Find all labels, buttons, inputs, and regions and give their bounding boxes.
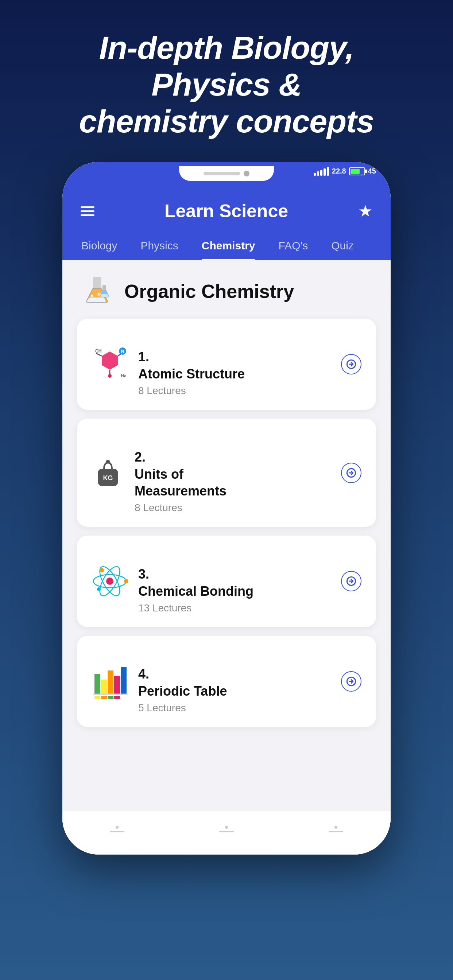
status-bar: 22.8 45 xyxy=(314,167,376,176)
svg-text:H₂: H₂ xyxy=(121,373,126,378)
tab-bar: Biology Physics Chemistry FAQ's Quiz xyxy=(62,231,391,260)
notch-bar xyxy=(62,162,391,191)
svg-rect-29 xyxy=(94,674,100,694)
favorite-icon[interactable]: ★ xyxy=(358,202,372,220)
course-info-periodic: 4. Periodic Table 5 Lectures xyxy=(138,649,331,714)
svg-point-25 xyxy=(100,568,104,573)
battery-icon xyxy=(349,167,365,175)
menu-icon[interactable] xyxy=(81,206,94,216)
headline-line3: chemistry concepts xyxy=(79,103,374,139)
signal-icon xyxy=(314,167,329,176)
headline-line2: Physics & xyxy=(152,66,301,102)
hamburger-line-3 xyxy=(81,215,94,216)
course-card-bonding[interactable]: 3. Chemical Bonding 13 Lectures xyxy=(77,536,376,627)
svg-rect-32 xyxy=(114,676,120,694)
course-arrow-units[interactable] xyxy=(341,463,362,483)
app-header: Learn Science ★ xyxy=(62,191,391,231)
notch-camera xyxy=(244,170,249,177)
svg-rect-36 xyxy=(101,696,107,699)
battery-fill xyxy=(351,169,360,174)
course-info-bonding: 3. Chemical Bonding 13 Lectures xyxy=(138,549,331,614)
svg-point-26 xyxy=(97,587,100,591)
svg-rect-33 xyxy=(121,667,126,694)
course-info-atomic: 1. Atomic Structure 8 Lectures xyxy=(138,332,331,397)
svg-marker-4 xyxy=(102,352,118,370)
course-card-units[interactable]: KG 2. Units ofMeasurements 8 Lectures xyxy=(77,418,376,527)
svg-rect-35 xyxy=(94,696,100,699)
nav-line-3 xyxy=(329,831,343,832)
molecule-icon: N CH H₂ xyxy=(91,346,128,382)
app-content: Organic Chemistry xyxy=(62,260,391,854)
nav-dot-1 xyxy=(116,826,118,829)
course-name-atomic: 1. Atomic Structure xyxy=(138,332,331,383)
svg-rect-37 xyxy=(108,696,113,699)
headline-line1: In-depth Biology, xyxy=(99,30,354,65)
tab-physics[interactable]: Physics xyxy=(129,231,190,260)
headline-text: In-depth Biology, Physics & chemistry co… xyxy=(79,29,374,140)
svg-point-23 xyxy=(106,578,113,585)
nav-item-1[interactable] xyxy=(110,826,124,832)
battery-percent: 45 xyxy=(368,167,376,175)
course-name-bonding: 3. Chemical Bonding xyxy=(138,549,331,600)
svg-rect-0 xyxy=(93,277,101,288)
flask-icon xyxy=(81,275,113,308)
hamburger-line-1 xyxy=(81,206,94,208)
notch xyxy=(179,166,274,181)
section-title: Organic Chemistry xyxy=(124,280,294,302)
svg-rect-3 xyxy=(102,285,106,291)
svg-text:CH: CH xyxy=(95,348,101,354)
svg-point-12 xyxy=(108,374,112,378)
atom-icon xyxy=(91,563,128,600)
network-speed: 22.8 xyxy=(332,167,346,175)
course-card-periodic[interactable]: 4. Periodic Table 5 Lectures xyxy=(77,636,376,727)
svg-point-2 xyxy=(97,293,100,296)
nav-item-2[interactable] xyxy=(219,826,234,832)
tab-chemistry[interactable]: Chemistry xyxy=(190,231,267,260)
weight-icon: KG xyxy=(91,457,124,489)
svg-point-1 xyxy=(91,294,93,297)
bottom-nav xyxy=(62,811,391,854)
course-lectures-atomic: 8 Lectures xyxy=(138,385,331,397)
course-arrow-bonding[interactable] xyxy=(341,571,362,591)
phone-mockup: 22.8 45 Learn Science ★ Biology Physics xyxy=(62,162,391,980)
nav-line-2 xyxy=(219,831,234,832)
course-lectures-units: 8 Lectures xyxy=(135,502,331,514)
course-lectures-bonding: 13 Lectures xyxy=(138,602,331,614)
svg-point-16 xyxy=(106,460,110,464)
nav-dot-2 xyxy=(225,826,228,829)
svg-rect-31 xyxy=(108,670,113,694)
svg-rect-38 xyxy=(114,696,120,699)
course-lectures-periodic: 5 Lectures xyxy=(138,702,331,714)
course-info-units: 2. Units ofMeasurements 8 Lectures xyxy=(135,432,331,514)
svg-text:N: N xyxy=(121,349,124,354)
phone-screen: 22.8 45 Learn Science ★ Biology Physics xyxy=(62,162,391,854)
hamburger-line-2 xyxy=(81,210,94,212)
notch-pill xyxy=(204,172,240,175)
course-name-units: 2. Units ofMeasurements xyxy=(135,432,331,500)
course-arrow-periodic[interactable] xyxy=(341,671,362,692)
tab-faqs[interactable]: FAQ's xyxy=(266,231,319,260)
course-card-atomic-structure[interactable]: N CH H₂ 1. Atomic Structure xyxy=(77,319,376,410)
headline-section: In-depth Biology, Physics & chemistry co… xyxy=(57,29,396,140)
course-arrow-atomic[interactable] xyxy=(341,354,362,374)
svg-rect-30 xyxy=(101,679,107,694)
nav-line-1 xyxy=(110,831,124,832)
nav-item-3[interactable] xyxy=(329,826,343,832)
tab-quiz[interactable]: Quiz xyxy=(319,231,365,260)
tab-biology[interactable]: Biology xyxy=(70,231,129,260)
section-header: Organic Chemistry xyxy=(62,260,391,319)
courses-list: N CH H₂ 1. Atomic Structure xyxy=(62,319,391,727)
svg-point-24 xyxy=(124,579,128,583)
app-title: Learn Science xyxy=(164,200,288,222)
barchart-icon xyxy=(91,663,128,700)
nav-dot-3 xyxy=(335,826,337,829)
course-name-periodic: 4. Periodic Table xyxy=(138,649,331,700)
svg-text:KG: KG xyxy=(103,474,113,481)
svg-line-6 xyxy=(96,353,102,356)
